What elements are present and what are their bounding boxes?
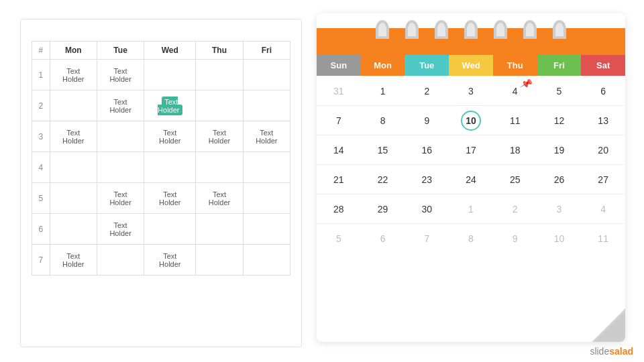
schedule-table: # Mon Tue Wed Thu Fri 1Text HolderText H…: [32, 41, 290, 276]
table-cell: [196, 152, 243, 183]
table-cell: [243, 214, 290, 245]
table-cell: Text Holder: [50, 60, 97, 90]
calendar-body: 311234📌567891011121314151617181920212223…: [317, 76, 625, 253]
cal-cell: 19: [537, 135, 582, 164]
table-cell: [196, 245, 243, 276]
cal-cell: 18: [493, 135, 537, 164]
cal-cell: 7: [405, 223, 449, 253]
row-num: 2: [32, 90, 50, 121]
table-cell: [97, 245, 144, 276]
table-cell: Text Holder: [196, 183, 243, 214]
cal-cell: 28: [317, 194, 361, 223]
cal-cell: 8: [449, 223, 493, 253]
table-cell: Text Holder: [144, 90, 196, 121]
cal-cell: 13: [581, 105, 625, 135]
table-cell: [50, 214, 97, 245]
table-cell: [50, 90, 97, 121]
col-header-hash: #: [32, 42, 50, 60]
cal-cell: 30: [405, 194, 449, 223]
weekly-schedule-panel: # Mon Tue Wed Thu Fri 1Text HolderText H…: [20, 19, 302, 347]
table-cell: [243, 60, 290, 90]
cal-cell: 31: [317, 76, 361, 105]
table-cell: [243, 152, 290, 183]
spirals: [317, 13, 625, 38]
cal-cell: 3: [449, 76, 493, 105]
col-header-mon: Mon: [50, 42, 97, 60]
table-cell: [196, 90, 243, 121]
table-cell: [144, 214, 196, 245]
table-cell: [196, 214, 243, 245]
cal-cell: 5: [537, 76, 582, 105]
footer-brand: slidesalad: [590, 346, 633, 357]
spiral-5: [494, 20, 507, 39]
table-cell: [243, 183, 290, 214]
table-cell: [196, 60, 243, 90]
table-cell: Text Holder: [243, 121, 290, 152]
cal-cell: 23: [405, 164, 449, 194]
row-num: 5: [32, 183, 50, 214]
row-num: 1: [32, 60, 50, 90]
cal-cell: 4📌: [493, 76, 537, 105]
table-cell: Text Holder: [97, 214, 144, 245]
day-header-tue: Tue: [405, 55, 449, 76]
table-cell: [243, 245, 290, 276]
table-cell: Text Holder: [196, 121, 243, 152]
table-cell: Text Holder: [144, 245, 196, 276]
day-headers-row: SunMonTueWedThuFriSat: [317, 55, 625, 76]
pin-icon: 📌: [519, 76, 533, 90]
col-header-fri: Fri: [243, 42, 290, 60]
spiral-7: [553, 20, 566, 39]
row-num: 7: [32, 245, 50, 276]
col-header-wed: Wed: [144, 42, 196, 60]
cal-cell: 5: [317, 223, 361, 253]
spiral-1: [376, 20, 389, 39]
row-num: 4: [32, 152, 50, 183]
cal-cell: 17: [449, 135, 493, 164]
page-curl: [592, 308, 625, 342]
cal-cell: 14: [317, 135, 361, 164]
spiral-4: [464, 20, 478, 39]
cal-cell: 22: [361, 164, 405, 194]
spiral-3: [435, 20, 448, 39]
row-num: 6: [32, 214, 50, 245]
cal-cell: 16: [405, 135, 449, 164]
table-cell: [144, 60, 196, 90]
cal-cell: 21: [317, 164, 361, 194]
cal-cell: 10: [537, 223, 582, 253]
cal-cell: 26: [537, 164, 582, 194]
day-header-sat: Sat: [581, 55, 625, 76]
table-cell: Text Holder: [144, 121, 196, 152]
day-header-mon: Mon: [361, 55, 405, 76]
table-cell: Text Holder: [97, 183, 144, 214]
table-cell: Text Holder: [144, 183, 196, 214]
cal-cell: 24: [449, 164, 493, 194]
cal-cell: 15: [361, 135, 405, 164]
table-cell: Text Holder: [50, 121, 97, 152]
spiral-6: [523, 20, 537, 39]
table-cell: [97, 152, 144, 183]
cal-cell: 6: [581, 76, 625, 105]
footer-brand-bold: salad: [609, 346, 633, 357]
cal-cell: 11: [493, 105, 537, 135]
day-header-wed: Wed: [449, 55, 493, 76]
cal-cell: 7: [317, 105, 361, 135]
day-header-thu: Thu: [493, 55, 537, 76]
cal-cell: 2: [493, 194, 537, 223]
cal-cell: 9: [493, 223, 537, 253]
cal-cell: 12: [537, 105, 582, 135]
cal-cell: 27: [581, 164, 625, 194]
table-cell: [144, 152, 196, 183]
cal-cell: 10: [449, 105, 493, 135]
day-header-fri: Fri: [537, 55, 582, 76]
col-header-tue: Tue: [97, 42, 144, 60]
cal-cell: 8: [361, 105, 405, 135]
cal-cell: 9: [405, 105, 449, 135]
cal-cell: 20: [581, 135, 625, 164]
table-cell: Text Holder: [50, 245, 97, 276]
table-cell: [97, 121, 144, 152]
cal-cell: 1: [361, 76, 405, 105]
row-num: 3: [32, 121, 50, 152]
cal-cell: 3: [537, 194, 582, 223]
table-cell: Text Holder: [97, 60, 144, 90]
cal-cell: 25: [493, 164, 537, 194]
